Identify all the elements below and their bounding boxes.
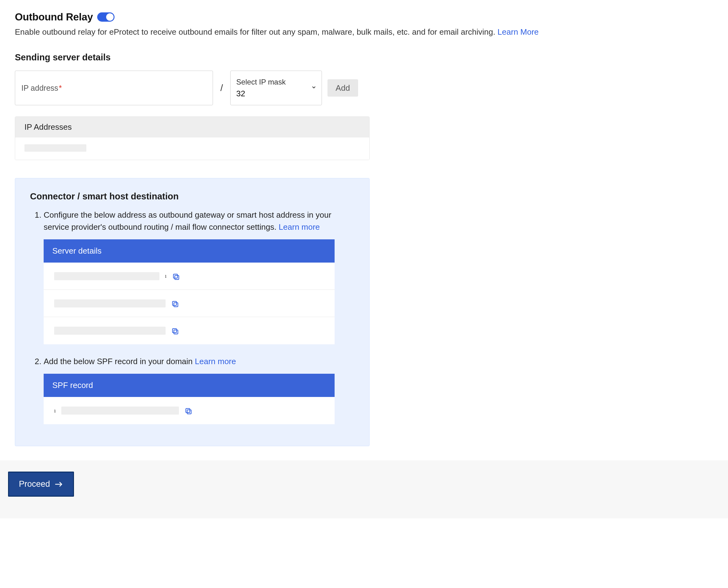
copy-icon[interactable] xyxy=(171,299,179,308)
connector-title: Connector / smart host destination xyxy=(30,191,355,202)
spf-record-table: SPF record ı xyxy=(44,374,335,424)
redacted-server-detail xyxy=(54,272,159,280)
ip-mask-select-label: Select IP mask xyxy=(236,78,316,86)
outbound-relay-description: Enable outbound relay for eProtect to re… xyxy=(15,26,713,38)
footer-bar: Proceed xyxy=(0,460,728,518)
redacted-spf-record xyxy=(61,406,179,415)
ip-addresses-table: IP Addresses xyxy=(15,117,369,160)
ip-addresses-table-header: IP Addresses xyxy=(15,117,369,138)
separator-mark: ı xyxy=(54,406,56,415)
connector-panel: Connector / smart host destination Confi… xyxy=(15,178,369,446)
proceed-button-label: Proceed xyxy=(19,479,50,489)
copy-icon[interactable] xyxy=(185,406,193,415)
ip-mask-slash: / xyxy=(218,83,225,93)
ip-mask-select-value: 32 xyxy=(236,89,316,99)
ip-address-label-text: IP address xyxy=(21,84,58,92)
spf-record-header: SPF record xyxy=(44,374,335,397)
copy-icon[interactable] xyxy=(171,327,179,335)
chevron-down-icon xyxy=(311,85,317,91)
svg-rect-1 xyxy=(173,274,177,278)
required-mark: * xyxy=(59,84,62,92)
svg-rect-6 xyxy=(187,410,191,414)
connector-step-2-text: Add the below SPF record in your domain xyxy=(44,357,193,366)
svg-rect-7 xyxy=(186,408,190,413)
server-details-header: Server details xyxy=(44,239,335,262)
outbound-relay-title: Outbound Relay xyxy=(15,11,93,23)
redacted-server-detail xyxy=(54,299,166,308)
svg-rect-0 xyxy=(175,275,179,279)
server-details-table: Server details ı xyxy=(44,239,335,344)
table-row: ı xyxy=(44,397,335,424)
ip-mask-select[interactable]: Select IP mask 32 xyxy=(230,70,322,105)
table-row xyxy=(44,290,335,317)
table-row xyxy=(44,317,335,344)
outbound-relay-learn-more-link[interactable]: Learn More xyxy=(497,27,539,37)
svg-rect-3 xyxy=(172,301,176,305)
ip-address-label: IP address* xyxy=(21,84,62,92)
outbound-relay-toggle[interactable] xyxy=(97,13,114,22)
proceed-button[interactable]: Proceed xyxy=(8,471,74,497)
ip-input-row: IP address* / Select IP mask 32 Add xyxy=(15,70,713,105)
outbound-relay-header: Outbound Relay xyxy=(15,11,713,23)
sending-server-title: Sending server details xyxy=(15,52,713,63)
svg-rect-5 xyxy=(172,329,176,333)
connector-step-2-learn-more-link[interactable]: Learn more xyxy=(195,357,236,366)
svg-rect-2 xyxy=(174,302,178,307)
table-row xyxy=(15,138,369,160)
separator-mark: ı xyxy=(165,272,167,280)
add-button[interactable]: Add xyxy=(327,79,358,97)
connector-step-2: Add the below SPF record in your domain … xyxy=(44,355,355,424)
ip-address-input[interactable]: IP address* xyxy=(15,70,213,105)
table-row: ı xyxy=(44,262,335,290)
connector-step-1-learn-more-link[interactable]: Learn more xyxy=(279,222,320,232)
connector-step-1: Configure the below address as outbound … xyxy=(44,209,355,344)
redacted-ip xyxy=(24,144,86,152)
outbound-relay-description-text: Enable outbound relay for eProtect to re… xyxy=(15,27,495,37)
redacted-server-detail xyxy=(54,327,166,335)
arrow-right-icon xyxy=(55,481,63,488)
copy-icon[interactable] xyxy=(172,272,180,280)
svg-rect-4 xyxy=(174,330,178,334)
